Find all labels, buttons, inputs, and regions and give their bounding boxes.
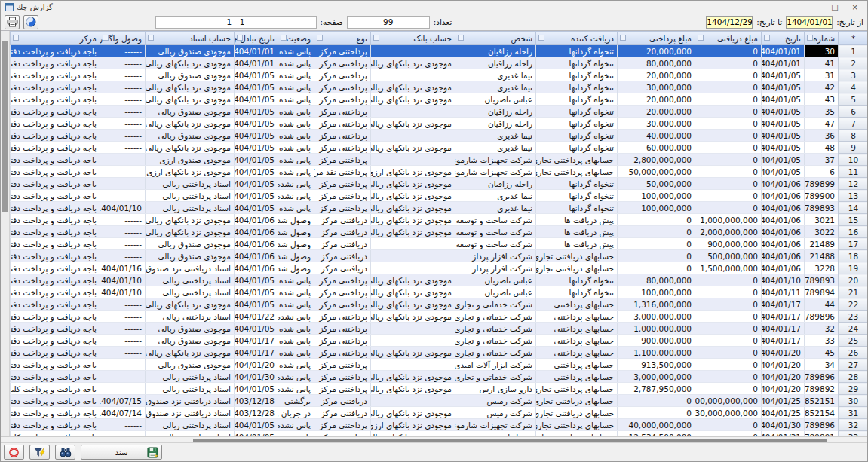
table-cell-center[interactable]: باجه دریافت و پرداخت دفتر بازرگانی آبی: [11, 335, 100, 347]
table-cell-receiver[interactable]: حسابهای دریافتنی تجاری- ف: [536, 407, 618, 419]
table-cell-date[interactable]: 1404/01/05: [762, 93, 805, 106]
table-cell-person[interactable]: شرکت ابزار آلات امیدی: [455, 359, 536, 371]
column-header-exchange_date[interactable]: تاریخ تبادل چک: [235, 32, 278, 45]
row-number-cell[interactable]: 29: [839, 383, 868, 395]
table-cell-receiver[interactable]: حسابهای دریافتنی تجاری: [536, 262, 618, 274]
table-cell-exchange_date[interactable]: 1404/01/17: [235, 347, 278, 359]
row-number-cell[interactable]: 32: [839, 419, 868, 431]
table-cell-received_amount[interactable]: 0: [695, 106, 762, 118]
table-cell-receiver[interactable]: تنخواه گردانها: [536, 142, 618, 154]
table-cell-paid_amount[interactable]: 60,000,000: [618, 142, 695, 154]
table-cell-exchange_date[interactable]: 1404/01/20: [235, 359, 278, 371]
column-header-paid_amount[interactable]: مبلغ پرداختی: [618, 32, 695, 45]
table-cell-receiver[interactable]: تنخواه گردانها: [536, 274, 618, 286]
row-number-cell[interactable]: 26: [839, 347, 868, 359]
table-cell-received_amount[interactable]: 0: [695, 130, 762, 142]
table-cell-center[interactable]: باجه دریافت و پرداخت دفتر بازرگانی آبی: [11, 69, 100, 81]
table-cell-received_amount[interactable]: 500,000,000: [695, 250, 762, 262]
table-cell-receiver[interactable]: تنخواه گردانها: [536, 69, 618, 81]
table-row[interactable]: 127898991404/01/06050,000,000تنخواه گردا…: [11, 178, 868, 190]
table-cell-bank_account[interactable]: [371, 335, 455, 347]
table-cell-type[interactable]: پرداختنی مرکز: [314, 118, 371, 130]
table-cell-exchange_date[interactable]: 1404/01/05: [235, 69, 278, 81]
table-cell-type[interactable]: پرداختنی مرکز: [314, 142, 371, 154]
table-cell-paid_amount[interactable]: 900,000,000: [618, 335, 695, 347]
table-cell-number[interactable]: 41: [805, 57, 839, 69]
table-cell-date[interactable]: 1404/01/17: [762, 298, 805, 311]
close-button[interactable]: ×: [852, 4, 858, 11]
column-header-date[interactable]: تاریخ: [762, 32, 805, 45]
table-cell-receiver[interactable]: حسابهای پرداختنی: [536, 347, 618, 359]
column-header-person[interactable]: شخص: [455, 32, 536, 45]
table-cell-center[interactable]: باجه دریافت و پرداخت دفتر بازرگانی آبی: [11, 57, 100, 69]
row-number-cell[interactable]: 10: [839, 154, 868, 166]
table-cell-status[interactable]: پاس نشده: [278, 383, 314, 395]
table-cell-person[interactable]: شرکت خدماتی و تجاری د: [455, 323, 536, 335]
table-cell-date[interactable]: 1404/01/06: [762, 214, 805, 226]
table-row[interactable]: 147898931404/01/060100,000,000تنخواه گرد…: [11, 202, 868, 214]
table-cell-paid_amount[interactable]: 100,000,000: [618, 190, 695, 202]
table-row[interactable]: 22441404/01/1701,316,000,000حسابهای پردا…: [11, 298, 868, 311]
table-cell-paid_amount[interactable]: 0: [618, 238, 695, 250]
table-cell-person[interactable]: شرکت خدماتی و تجاری د: [455, 371, 536, 383]
table-cell-status[interactable]: پاس شده: [278, 130, 314, 142]
table-cell-date[interactable]: 1404/01/06: [762, 238, 805, 250]
table-cell-person[interactable]: شرکت خدماتی و تجاری د: [455, 298, 536, 311]
table-cell-documents_account[interactable]: اسناد پرداختنی ریالی: [146, 383, 235, 395]
table-cell-received_amount[interactable]: 0: [695, 190, 762, 202]
document-button[interactable]: سند: [81, 445, 162, 460]
table-cell-exchange_date[interactable]: 1404/01/06: [235, 250, 278, 262]
table-cell-received_amount[interactable]: 0: [695, 298, 762, 311]
table-cell-number[interactable]: 47: [805, 118, 839, 130]
table-cell-center[interactable]: باجه دریافت و پرداخت دفتر بازرگانی آبی: [11, 359, 100, 371]
row-number-cell[interactable]: 16: [839, 226, 868, 238]
table-cell-exchange_date[interactable]: 1404/01/05: [235, 274, 278, 286]
table-cell-status[interactable]: پاس شده: [278, 57, 314, 69]
table-cell-center[interactable]: باجه دریافت و پرداخت دفتر بازرگانی آبی: [11, 142, 100, 154]
table-cell-documents_account[interactable]: موجودی نزد بانکهای ریالی: [146, 93, 235, 106]
table-cell-number[interactable]: 3228: [805, 262, 839, 274]
table-cell-status[interactable]: وصول شده: [278, 238, 314, 250]
table-cell-paid_amount[interactable]: 50,000,000,000: [618, 166, 695, 178]
table-cell-paid_amount[interactable]: 0: [618, 226, 695, 238]
table-cell-status[interactable]: پاس شده: [278, 106, 314, 118]
table-cell-status[interactable]: پاس نشده: [278, 419, 314, 431]
table-cell-number[interactable]: 21488: [805, 250, 839, 262]
table-row[interactable]: 5431404/01/05020,000,000تنخواه گردانهاعب…: [11, 93, 868, 106]
table-cell-receiver[interactable]: تنخواه گردانها: [536, 202, 618, 214]
table-cell-person[interactable]: شرکت افزار پرداز: [455, 250, 536, 262]
table-cell-documents_account[interactable]: موجودی نزد بانکهای ریالی: [146, 57, 235, 69]
table-cell-received_amount[interactable]: 0: [695, 45, 762, 57]
table-cell-received_amount[interactable]: 0: [695, 335, 762, 347]
table-cell-documents_account[interactable]: موجودی نزد بانکهای ریالی: [146, 214, 235, 226]
table-cell-paid_amount[interactable]: 40,000,000: [618, 130, 695, 142]
table-cell-received_amount[interactable]: 0: [695, 142, 762, 154]
table-cell-center[interactable]: باجه دریافت و پرداخت دفتر بازرگانی آبی: [11, 250, 100, 262]
table-row[interactable]: 1530211404/01/061,000,000,0000پیش دریافت…: [11, 214, 868, 226]
table-cell-type[interactable]: دریافتنی مرکز: [314, 214, 371, 226]
table-cell-number[interactable]: 789892: [805, 383, 839, 395]
row-number-cell[interactable]: 31: [839, 407, 868, 419]
table-cell-number[interactable]: 43: [805, 93, 839, 106]
table-row[interactable]: 26451404/01/2001,100,000,000حسابهای پردا…: [11, 347, 868, 359]
table-cell-received_amount[interactable]: 1,000,000,000: [695, 214, 762, 226]
table-cell-type[interactable]: پرداختنی مرکز: [314, 383, 371, 395]
table-row[interactable]: 2411404/01/01080,000,000تنخواه گردانهارا…: [11, 57, 868, 69]
table-row[interactable]: 1301404/01/01020,000,000تنخواه گردانهارا…: [11, 45, 868, 57]
vertical-scrollbar-thumb[interactable]: [2, 41, 8, 212]
table-cell-type[interactable]: پرداختنی مرکز: [314, 202, 371, 214]
globe-button[interactable]: [23, 15, 38, 29]
table-row[interactable]: 308521511404/01/25100,000,000,0000حسابها…: [11, 395, 868, 407]
table-row[interactable]: 10371404/01/0502,800,000,000حسابهای پردا…: [11, 154, 868, 166]
table-cell-date[interactable]: 1404/01/06: [762, 226, 805, 238]
table-cell-date[interactable]: 1404/01/05: [762, 130, 805, 142]
table-cell-bank_account[interactable]: موجودی نزد بانکهای ریالی: [371, 214, 455, 226]
table-cell-received_amount[interactable]: 0: [695, 311, 762, 323]
table-cell-type[interactable]: پرداختنی مرکز: [314, 57, 371, 69]
table-cell-status[interactable]: پاس شده: [278, 359, 314, 371]
row-number-cell[interactable]: 27: [839, 359, 868, 371]
table-cell-documents_account[interactable]: موجودی صندوق ریالی: [146, 69, 235, 81]
table-cell-center[interactable]: باجه دریافت و پرداخت دفتر بازرگانی آبی: [11, 130, 100, 142]
table-cell-exchange_date[interactable]: 1404/01/06: [235, 214, 278, 226]
table-cell-received_amount[interactable]: 0: [695, 118, 762, 130]
